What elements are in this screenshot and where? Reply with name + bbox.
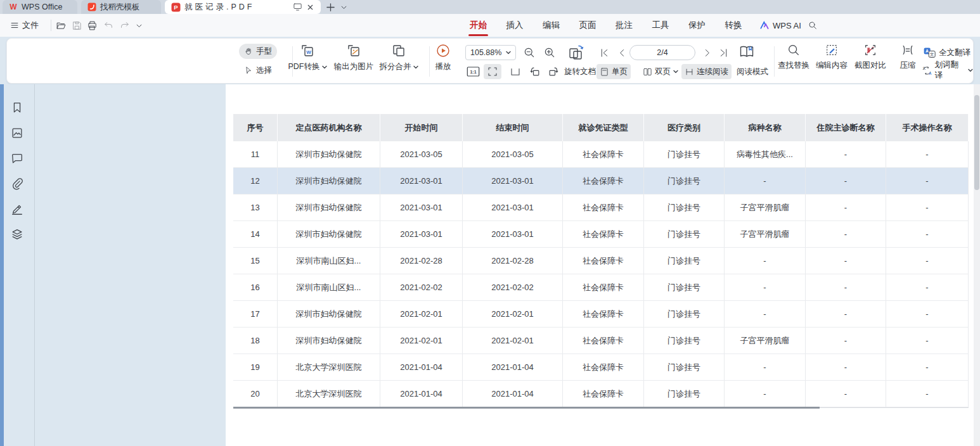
menu-tab-批注[interactable]: 批注 (612, 14, 636, 37)
word-translate-button[interactable]: A 文 划词翻译 (922, 63, 973, 78)
compress-button[interactable]: 压缩 (890, 43, 925, 71)
next-page-button[interactable] (702, 48, 712, 58)
toolbar: 手型 选择 W PDF转换 输出为图片 拆分合并 (6, 38, 974, 84)
table-cell: - (886, 301, 969, 328)
print-button[interactable] (87, 14, 98, 37)
close-tab-icon[interactable] (306, 3, 314, 11)
table-cell: - (806, 168, 886, 194)
table-row[interactable]: 20北京大学深圳医院2021-01-042021-01-04社会保障卡门诊挂号-… (233, 381, 969, 407)
thumbnail-icon (10, 126, 24, 140)
play-icon (435, 43, 451, 58)
menu-tab-转换[interactable]: 转换 (721, 14, 746, 37)
wps-ai-button[interactable]: WPS AI (759, 14, 801, 37)
table-cell: 子宫平滑肌瘤 (725, 194, 806, 221)
hand-tool-button[interactable]: 手型 (239, 44, 277, 59)
divider (51, 20, 51, 31)
new-tab-button[interactable] (326, 0, 335, 14)
fit-page-button[interactable] (506, 64, 524, 79)
table-cell: 门诊挂号 (644, 328, 725, 354)
search-icon (808, 20, 818, 30)
table-row[interactable]: 18深圳市妇幼保健院2021-02-012021-02-01社会保障卡门诊挂号子… (233, 328, 969, 354)
menu-tab-插入[interactable]: 插入 (503, 14, 527, 37)
tab-wps-office[interactable]: W WPS Office (3, 0, 77, 14)
table-row[interactable]: 11深圳市妇幼保健院2021-03-052021-03-05社会保障卡门诊挂号病… (233, 141, 969, 168)
zoom-in-button[interactable] (543, 46, 556, 59)
menu-tab-页面[interactable]: 页面 (576, 14, 600, 37)
select-tool-button[interactable]: 选择 (239, 63, 277, 78)
scrollbar-thumb[interactable] (974, 95, 979, 190)
table-cell: 2021-03-01 (463, 221, 563, 248)
zoom-level-select[interactable]: 105.88% (465, 45, 516, 60)
full-translate-label: 全文翻译 (939, 48, 970, 58)
first-page-button[interactable] (599, 48, 610, 58)
open-file-button[interactable] (56, 14, 67, 37)
split-merge-button[interactable]: 拆分合并 (374, 43, 423, 72)
table-bottom-border (233, 407, 820, 409)
menu-tab-保护[interactable]: 保护 (685, 14, 709, 37)
pdf-convert-button[interactable]: W PDF转换 (283, 43, 332, 72)
full-translate-button[interactable]: A 文 全文翻译 (923, 45, 970, 60)
table-row[interactable]: 13深圳市妇幼保健院2021-03-012021-03-01社会保障卡门诊挂号子… (233, 194, 969, 221)
find-replace-label: 查找替换 (778, 60, 809, 71)
sidebar-bookmarks-button[interactable] (10, 101, 24, 115)
tab-bar: W WPS Office 找稻壳模板 P 就医记录.PDF (0, 0, 980, 14)
table-row[interactable]: 14深圳市妇幼保健院2021-03-012021-03-01社会保障卡门诊挂号子… (233, 221, 969, 248)
signature-pen-icon (10, 202, 24, 216)
table-cell: 门诊挂号 (644, 194, 725, 221)
sidebar-thumbnails-button[interactable] (10, 126, 24, 140)
table-cell: 北京大学深圳医院 (278, 381, 380, 407)
continuous-reading-button[interactable]: 连续阅读 (681, 64, 732, 79)
single-page-button[interactable]: 单页 (596, 64, 631, 79)
table-row[interactable]: 12深圳市妇幼保健院2021-03-012021-03-01社会保障卡门诊挂号-… (233, 168, 969, 194)
table-cell: 17 (233, 301, 278, 328)
monitor-icon[interactable] (293, 3, 302, 11)
book-icon (738, 43, 755, 60)
fit-width-button[interactable] (484, 64, 501, 79)
tab-docer-templates[interactable]: 找稻壳模板 (81, 0, 161, 14)
table-row[interactable]: 16深圳市南山区妇...2021-02-022021-02-02社会保障卡门诊挂… (233, 274, 969, 301)
previous-page-button[interactable] (617, 48, 628, 58)
menu-tab-编辑[interactable]: 编辑 (539, 14, 564, 37)
export-image-button[interactable]: 输出为图片 (329, 43, 378, 72)
quick-access-dropdown[interactable] (136, 14, 143, 37)
actual-size-button[interactable]: 1:1 (463, 64, 483, 79)
rotate-left-button[interactable] (525, 64, 545, 79)
double-page-button[interactable]: 双页 (640, 64, 681, 79)
undo-button[interactable] (103, 14, 114, 37)
save-button[interactable] (72, 14, 82, 37)
file-menu-button[interactable]: 文件 (10, 14, 39, 37)
table-cell: - (886, 141, 969, 168)
menu-tab-工具[interactable]: 工具 (648, 14, 673, 37)
table-cell: 2021-03-01 (380, 221, 463, 248)
table-cell: 深圳市南山区妇... (278, 248, 380, 274)
table-row[interactable]: 17深圳市妇幼保健院2021-02-012021-02-01社会保障卡门诊挂号-… (233, 301, 969, 328)
chevron-down-icon (506, 51, 511, 54)
sidebar-comments-button[interactable] (10, 151, 24, 165)
sidebar-layers-button[interactable] (10, 227, 24, 241)
printer-icon (87, 20, 98, 31)
read-mode-button[interactable]: 阅读模式 (733, 64, 771, 79)
sidebar-attachments-button[interactable] (10, 177, 24, 191)
rotate-document-label-button[interactable]: 旋转文档 (561, 64, 599, 79)
table-row[interactable]: 19北京大学深圳医院2021-01-042021-01-04社会保障卡门诊挂号-… (233, 354, 969, 381)
zoom-out-button[interactable] (523, 46, 536, 59)
vertical-scrollbar[interactable] (974, 84, 980, 446)
table-cell: - (806, 274, 886, 301)
screenshot-compare-button[interactable]: 截图对比 (846, 43, 894, 71)
tab-list-button[interactable] (340, 0, 347, 14)
sidebar-signature-button[interactable] (10, 202, 24, 216)
menu-tab-开始[interactable]: 开始 (466, 14, 491, 37)
tab-document-active[interactable]: P 就医记录.PDF (165, 0, 321, 14)
table-cell: 2021-02-01 (463, 301, 563, 328)
last-page-button[interactable] (718, 48, 729, 58)
rotate-right-button[interactable] (544, 64, 563, 79)
table-cell: 2021-03-05 (380, 141, 463, 168)
table-cell: 2021-01-04 (463, 381, 563, 407)
redo-button[interactable] (119, 14, 130, 37)
read-mode-icon-button[interactable] (738, 43, 755, 60)
table-row[interactable]: 15深圳市南山区妇...2021-02-282021-02-28社会保障卡门诊挂… (233, 248, 969, 274)
menu-search-button[interactable] (808, 14, 818, 37)
rotate-document-button[interactable] (567, 44, 585, 61)
play-button[interactable]: 播放 (424, 43, 462, 72)
page-number-input[interactable]: 2/4 (629, 45, 695, 60)
